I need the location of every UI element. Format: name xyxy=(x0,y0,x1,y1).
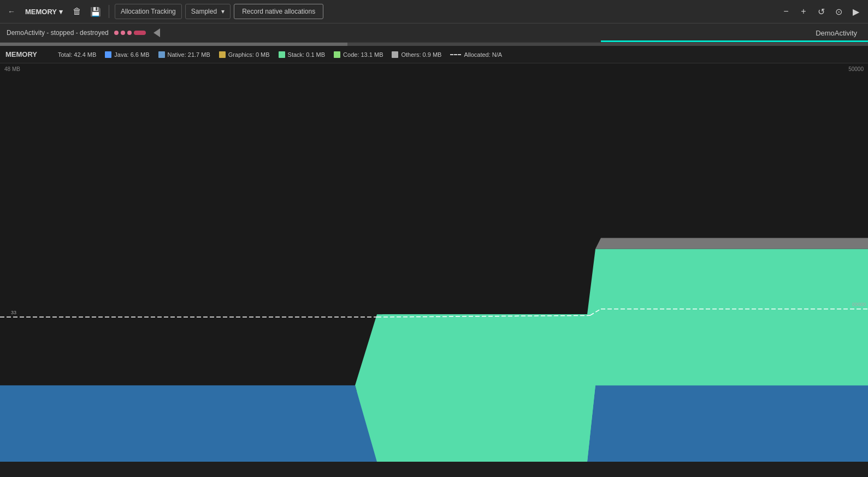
legend-graphics-color xyxy=(219,51,226,58)
allocation-tracking-button[interactable]: Allocation Tracking xyxy=(115,4,182,19)
sampled-dropdown-button[interactable]: Sampled ▾ xyxy=(185,4,231,19)
legend-allocated-dash xyxy=(450,54,461,55)
legend-stack: Stack: 0.1 MB xyxy=(279,51,325,58)
legend-stack-text: Stack: 0.1 MB xyxy=(288,51,325,58)
legend-bar: MEMORY Total: 42.4 MB Java: 6.6 MB Nativ… xyxy=(0,46,868,63)
legend-code-color xyxy=(334,51,340,58)
gray-top xyxy=(0,238,868,249)
legend-java-text: Java: 6.6 MB xyxy=(114,51,149,58)
dots-container xyxy=(114,31,146,35)
zoom-in-button[interactable]: + xyxy=(796,4,811,19)
status-dot-3 xyxy=(127,31,132,35)
chart-area[interactable]: 48 MB 50000 16 50000 33 00000 xyxy=(0,63,868,462)
sampled-label: Sampled xyxy=(191,8,217,15)
dashed-label-right: 00000 xyxy=(852,302,866,307)
right-toolbar-icons: − + ↺ ⊙ ▶ xyxy=(778,4,864,19)
legend-others-color xyxy=(392,51,398,58)
demo-activity-right-label: DemoActivity xyxy=(816,29,857,37)
dashed-label-left: 33 xyxy=(11,310,16,315)
memory-title[interactable]: MEMORY ▾ xyxy=(22,5,66,18)
legend-total-text: Total: 42.4 MB xyxy=(58,51,96,58)
legend-others: Others: 0.9 MB xyxy=(392,51,441,58)
teal-progress-bar xyxy=(601,40,868,42)
memory-chart-svg: 33 00000 xyxy=(0,63,868,462)
device-status-text: DemoActivity - stopped - destroyed xyxy=(7,29,109,37)
dropdown-arrow-icon: ▾ xyxy=(59,8,63,16)
legend-native: Native: 21.7 MB xyxy=(158,51,210,58)
legend-stack-color xyxy=(279,51,285,58)
play-button[interactable]: ▶ xyxy=(848,4,864,19)
legend-allocated: Allocated: N/A xyxy=(450,51,502,58)
back-button[interactable]: ← xyxy=(4,5,19,18)
main-toolbar: ← MEMORY ▾ 🗑 💾 Allocation Tracking Sampl… xyxy=(0,0,868,23)
status-dot-1 xyxy=(114,31,119,35)
status-bar: DemoActivity - stopped - destroyed DemoA… xyxy=(0,23,868,43)
status-pill xyxy=(134,31,146,35)
legend-java-color xyxy=(105,51,111,58)
separator-1 xyxy=(109,5,109,18)
reset-zoom-button[interactable]: ↺ xyxy=(813,4,829,19)
playback-marker-icon xyxy=(153,28,160,37)
status-dot-2 xyxy=(121,31,125,35)
record-native-button[interactable]: Record native allocations xyxy=(234,4,323,19)
legend-native-text: Native: 21.7 MB xyxy=(168,51,210,58)
memory-title-text: MEMORY xyxy=(25,8,57,16)
memory-label: MEMORY xyxy=(5,50,49,58)
legend-others-text: Others: 0.9 MB xyxy=(401,51,441,58)
legend-java: Java: 6.6 MB xyxy=(105,51,149,58)
sampled-arrow-icon: ▾ xyxy=(221,8,225,15)
legend-native-color xyxy=(158,51,165,58)
zoom-out-button[interactable]: − xyxy=(778,4,794,19)
legend-total: Total: 42.4 MB xyxy=(58,51,96,58)
legend-graphics-text: Graphics: 0 MB xyxy=(228,51,270,58)
legend-graphics: Graphics: 0 MB xyxy=(219,51,270,58)
record-native-label: Record native allocations xyxy=(242,8,315,15)
timeline-scrubber[interactable] xyxy=(0,43,868,46)
delete-button[interactable]: 🗑 xyxy=(69,4,85,19)
export-button[interactable]: 💾 xyxy=(88,4,103,19)
legend-allocated-text: Allocated: N/A xyxy=(464,51,502,58)
allocation-tracking-label: Allocation Tracking xyxy=(121,8,176,15)
legend-code-text: Code: 13.1 MB xyxy=(343,51,383,58)
more-button[interactable]: ⊙ xyxy=(831,4,846,19)
timeline-progress xyxy=(0,43,347,46)
legend-code: Code: 13.1 MB xyxy=(334,51,383,58)
